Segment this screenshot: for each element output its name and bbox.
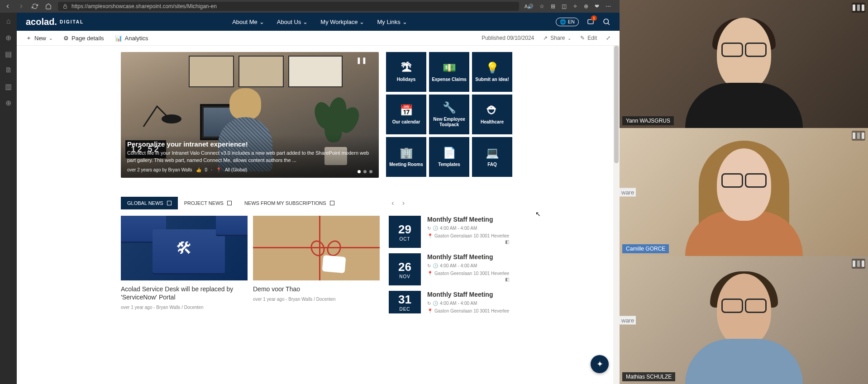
read-aloud-icon[interactable]: A🔊 [525, 4, 533, 9]
rail-home-icon[interactable]: ⌂ [5, 17, 13, 25]
profile-icon[interactable]: ❤ [595, 3, 599, 9]
tile-healthcare[interactable]: ⛑Healthcare [472, 95, 512, 134]
forward-button[interactable] [17, 2, 25, 10]
chevron-down-icon: ⌄ [49, 36, 52, 41]
chevron-down-icon: ⌄ [359, 19, 364, 25]
nav-my-links[interactable]: My Links ⌄ [377, 19, 407, 25]
pin-icon: 📍 [427, 308, 433, 313]
tile-faq[interactable]: 💻FAQ [472, 137, 512, 177]
share-button[interactable]: ↗Share ⌄ [543, 35, 571, 41]
cropped-text: ware [620, 188, 636, 196]
tile-holidays[interactable]: 🏝Holidays [386, 52, 426, 92]
chart-icon: 📊 [115, 35, 122, 42]
pause-button[interactable]: ❚❚ [356, 57, 365, 66]
svg-point-3 [162, 114, 181, 123]
page-details-button[interactable]: ⚙Page details [63, 35, 104, 42]
search-icon[interactable] [602, 18, 610, 26]
collections-icon[interactable]: ⊕ [584, 3, 588, 9]
compass-fab[interactable]: ✦ [591, 355, 609, 373]
like-icon[interactable]: 👍 [196, 167, 201, 172]
event-title: Monthly Staff Meeting [427, 253, 509, 261]
hero-meta: over 2 years ago by Bryan Walls 👍0 · 📍Al… [127, 167, 372, 172]
event-item[interactable]: 26NOV Monthly Staff Meeting ↻🕓4:00 AM - … [389, 253, 509, 285]
tile-expense-claims[interactable]: 💵Expense Claims [429, 52, 469, 92]
tile-submit-idea[interactable]: 💡Submit an idea! [472, 52, 512, 92]
home-button[interactable] [44, 2, 52, 10]
favorites-bar-icon[interactable]: ✧ [573, 3, 577, 9]
event-item[interactable]: 29OCT Monthly Staff Meeting ↻🕓4:00 AM - … [389, 216, 509, 248]
scrollbar[interactable] [613, 46, 620, 384]
audio-indicator [852, 259, 865, 269]
browser-actions: A🔊 ☆ ⊞ ◫ ✧ ⊕ ❤ ⋯ [525, 3, 611, 9]
tab-subscriptions-news[interactable]: NEWS FROM MY SUBSCRIPTIONS [238, 197, 341, 209]
edit-button[interactable]: ✎Edit [580, 35, 597, 41]
logo[interactable]: acolad.DIGITAL [26, 17, 84, 27]
rail-list-icon[interactable]: ▥ [5, 82, 13, 90]
favorite-icon[interactable]: ☆ [539, 3, 544, 9]
pencil-icon: ✎ [580, 35, 585, 41]
site-header: acolad.DIGITAL About Me ⌄ About Us ⌄ My … [17, 13, 620, 31]
hero-title: Personalize your intranet experience! [127, 140, 372, 148]
building-icon: 🏢 [400, 147, 413, 159]
new-button[interactable]: ＋New ⌄ [26, 34, 52, 42]
meeting-panel: Yann WAJSGRUS ware Camille GORCE ware Ma… [620, 0, 868, 384]
notifications-button[interactable]: 1 [587, 18, 594, 25]
rail-globe-icon[interactable]: ⊕ [5, 33, 13, 42]
participant-tile[interactable]: ware Camille GORCE [620, 128, 868, 256]
recur-icon: ↻ [427, 301, 431, 306]
address-bar[interactable]: https://amplexorshowcase.sharepoint.com/… [58, 2, 519, 11]
chevron-down-icon: ⌄ [303, 19, 308, 25]
tab-global-news[interactable]: GLOBAL NEWS [121, 197, 178, 209]
participant-tile[interactable]: ware Mathias SCHULZE [620, 256, 868, 384]
next-button[interactable]: › [402, 199, 405, 207]
svg-rect-0 [64, 6, 67, 9]
recur-icon: ↻ [427, 263, 431, 268]
money-icon: 💵 [443, 62, 456, 74]
events-list: 29OCT Monthly Staff Meeting ↻🕓4:00 AM - … [389, 216, 509, 313]
tile-meeting-rooms[interactable]: 🏢Meeting Rooms [386, 137, 426, 177]
news-card[interactable]: Demo voor Thao over 1 year ago - Bryan W… [253, 216, 380, 313]
tile-toolpack[interactable]: 🔧New Employee Toolpack [429, 95, 469, 134]
rail-files-icon[interactable]: 🗎 [5, 66, 13, 74]
nav-my-workplace[interactable]: My Workplace ⌄ [320, 19, 364, 25]
command-bar: ＋New ⌄ ⚙Page details 📊Analytics Publishe… [17, 31, 620, 46]
nav-about-us[interactable]: About Us ⌄ [277, 19, 308, 25]
tile-templates[interactable]: 📄Templates [429, 137, 469, 177]
nav-about-me[interactable]: About Me ⌄ [232, 19, 264, 25]
language-picker[interactable]: 🌐 EN [556, 18, 579, 26]
event-date: 31DEC [389, 291, 421, 313]
news-image: 🛠 [121, 216, 248, 280]
prev-button[interactable]: ‹ [391, 199, 394, 207]
external-icon [167, 201, 172, 205]
tile-calendar[interactable]: 📅Our calendar [386, 95, 426, 134]
rail-add-icon[interactable]: ⊕ [5, 99, 13, 107]
event-item[interactable]: 31DEC Monthly Staff Meeting ↻🕓4:00 AM - … [389, 291, 509, 313]
clock-icon: 🕓 [433, 226, 438, 231]
wrench-icon: 🔧 [443, 101, 456, 114]
palm-icon: 🏝 [401, 62, 412, 74]
refresh-button[interactable] [31, 2, 39, 10]
analytics-button[interactable]: 📊Analytics [115, 35, 148, 42]
participant-name: Camille GORCE [622, 244, 669, 253]
split-icon[interactable]: ◫ [562, 3, 567, 9]
back-button[interactable] [4, 2, 12, 10]
recur-icon: ↻ [427, 226, 431, 231]
rail-news-icon[interactable]: ▤ [5, 50, 13, 58]
carousel-dots[interactable] [358, 170, 372, 173]
category-icon: ◧ [505, 239, 509, 244]
news-card[interactable]: 🛠 Acolad Service Desk will be replaced b… [121, 216, 248, 313]
more-icon[interactable]: ⋯ [606, 3, 611, 9]
page-viewport: acolad.DIGITAL About Me ⌄ About Us ⌄ My … [17, 13, 620, 384]
expand-icon[interactable]: ⤢ [606, 35, 610, 41]
extensions-icon[interactable]: ⊞ [551, 3, 555, 9]
primary-nav: About Me ⌄ About Us ⌄ My Workplace ⌄ My … [232, 19, 407, 25]
medkit-icon: ⛑ [487, 104, 498, 117]
audio-indicator [852, 3, 865, 13]
pin-icon: 📍 [427, 233, 433, 238]
participant-tile[interactable]: Yann WAJSGRUS [620, 0, 868, 128]
lock-icon [62, 4, 68, 9]
share-icon: ↗ [543, 35, 548, 41]
category-icon: ◧ [505, 277, 509, 282]
tab-project-news[interactable]: PROJECT NEWS [178, 197, 238, 209]
hero-carousel[interactable]: 12 52 ❚❚ Personalize your intranet exper… [121, 52, 379, 178]
